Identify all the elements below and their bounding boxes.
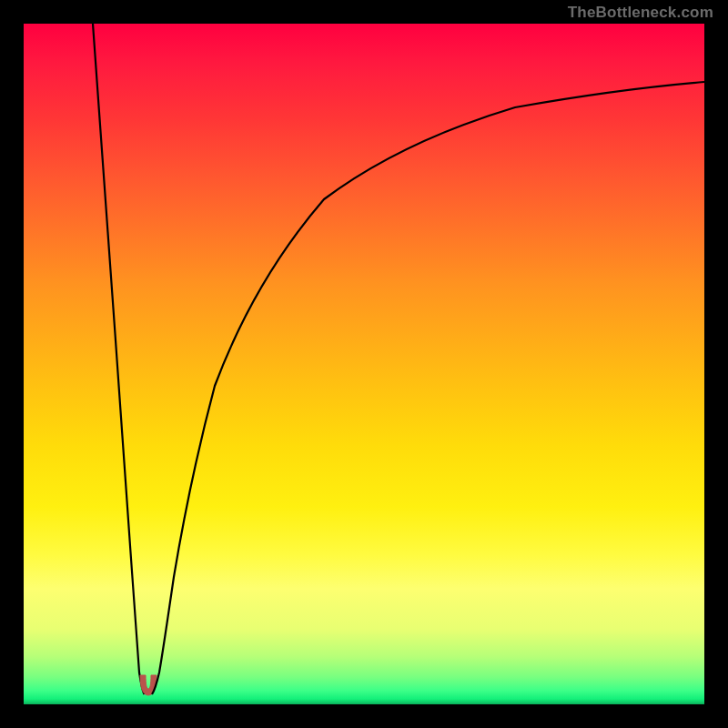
plot-frame	[24, 24, 704, 704]
bottleneck-curve-layer	[24, 24, 704, 704]
watermark-text: TheBottleneck.com	[568, 4, 713, 22]
curve-left-arm	[93, 24, 145, 694]
curve-right-arm	[152, 82, 704, 694]
